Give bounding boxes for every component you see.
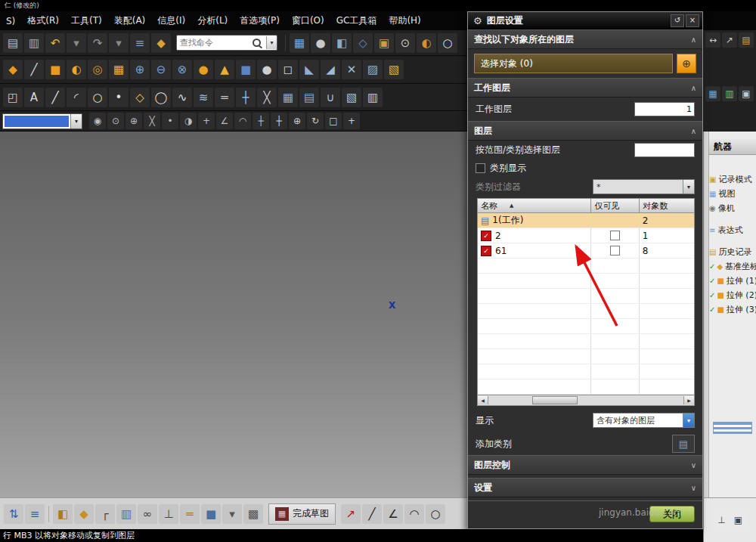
navigator-scrollbar[interactable] bbox=[704, 132, 709, 497]
chevron-down-icon[interactable]: ∨ bbox=[691, 484, 696, 492]
command-finder-input[interactable] bbox=[177, 38, 253, 48]
sheet-body-icon[interactable]: ▨ bbox=[363, 60, 383, 79]
snap-existing-icon[interactable]: + bbox=[198, 113, 215, 129]
profile-box-icon[interactable]: ▣ bbox=[731, 513, 746, 528]
layer-row-empty[interactable] bbox=[478, 304, 694, 319]
menu-item-9[interactable]: 帮助(H) bbox=[383, 14, 426, 27]
perpendicular-icon[interactable]: ⊥ bbox=[714, 513, 730, 528]
subtract-icon[interactable]: ⊖ bbox=[151, 60, 171, 79]
intersect-icon[interactable]: ⊗ bbox=[172, 60, 192, 79]
sketch-grid-icon[interactable]: ▩ bbox=[243, 504, 263, 524]
scroll-right-icon[interactable]: ▶ bbox=[683, 396, 694, 404]
select-object-field[interactable]: 选择对象 (0) bbox=[474, 54, 673, 73]
menu-item-0[interactable]: S) bbox=[0, 16, 21, 26]
layer-row-empty[interactable] bbox=[478, 274, 694, 289]
snap-grid-icon[interactable]: ┼ bbox=[253, 113, 269, 129]
scroll-left-icon[interactable]: ◀ bbox=[478, 396, 488, 404]
ruled-surface-icon[interactable]: ▧ bbox=[342, 88, 361, 107]
ellipse-icon[interactable]: ◯ bbox=[151, 88, 171, 107]
chevron-up-icon[interactable]: ∧ bbox=[691, 36, 696, 44]
window-layout-icon[interactable]: ▦ bbox=[290, 33, 309, 53]
add-category-button[interactable]: ▤ bbox=[672, 435, 695, 453]
circle-icon[interactable]: ○ bbox=[88, 88, 107, 107]
layer-row-1(工作)[interactable]: ▤1(工作)2 bbox=[478, 213, 694, 228]
layer-checked-checkbox[interactable]: ✓ bbox=[481, 231, 491, 241]
menu-item-1[interactable]: 格式(R) bbox=[21, 14, 65, 27]
circle-tool-icon[interactable]: ○ bbox=[426, 504, 445, 524]
only-visible-checkbox[interactable] bbox=[610, 246, 620, 256]
block-tool-icon[interactable]: ■ bbox=[236, 60, 256, 79]
reattach-icon[interactable]: ▥ bbox=[116, 504, 136, 524]
through-curves-icon[interactable]: ▤ bbox=[299, 88, 319, 107]
chamfer-icon[interactable]: ◢ bbox=[321, 60, 340, 79]
render-style-icon[interactable]: ● bbox=[311, 33, 330, 53]
display-filter-combo[interactable]: 含有对象的图层 ▾ bbox=[593, 413, 695, 428]
layer-row-empty[interactable] bbox=[478, 319, 694, 334]
dialog-reset-button[interactable]: ↺ bbox=[671, 14, 684, 27]
reorder-icon[interactable]: ⇅ bbox=[4, 504, 23, 524]
swept-icon[interactable]: ∪ bbox=[321, 88, 340, 107]
helix-icon[interactable]: ≋ bbox=[194, 88, 213, 107]
shaded-view-icon[interactable]: ◧ bbox=[332, 33, 352, 53]
pan-icon[interactable]: ┼ bbox=[271, 113, 287, 129]
section-work-layer[interactable]: 工作图层 ∧ bbox=[468, 78, 702, 98]
layer-row-empty[interactable] bbox=[478, 259, 694, 274]
dialog-close-icon[interactable]: × bbox=[686, 14, 699, 27]
feature-check-icon[interactable]: ✓ bbox=[709, 291, 715, 299]
redo-menu-caret-icon[interactable]: ▾ bbox=[109, 33, 129, 53]
layer-row-empty[interactable] bbox=[478, 364, 694, 379]
feature-check-icon[interactable]: ✓ bbox=[709, 305, 715, 314]
quick-trim-icon[interactable]: ↗ bbox=[341, 504, 361, 524]
only-visible-checkbox[interactable] bbox=[610, 231, 620, 240]
paste-icon[interactable]: ▤ bbox=[3, 33, 23, 53]
thicken-icon[interactable]: ▧ bbox=[384, 60, 404, 79]
column-header-0[interactable]: 名称▲ bbox=[477, 198, 591, 213]
hole-icon[interactable]: ◎ bbox=[88, 60, 107, 79]
chevron-up-icon[interactable]: ∧ bbox=[691, 127, 696, 135]
command-finder[interactable]: ▾ bbox=[176, 35, 277, 51]
rotate-view-icon[interactable]: ↻ bbox=[307, 113, 324, 129]
snap-intersection-icon[interactable]: ╳ bbox=[144, 113, 160, 129]
layer-row-empty[interactable] bbox=[478, 379, 694, 395]
visualization-icon[interactable]: ○ bbox=[438, 33, 457, 53]
project-curve-icon[interactable]: ┼ bbox=[236, 88, 256, 107]
menu-item-2[interactable]: 工具(T) bbox=[65, 14, 108, 27]
clipboard-icon[interactable]: ▥ bbox=[24, 33, 44, 53]
column-header-2[interactable]: 对象数 bbox=[640, 198, 695, 213]
polyline-tool-icon[interactable]: ∠ bbox=[383, 504, 403, 524]
annotation-icon[interactable]: ▤ bbox=[739, 33, 754, 48]
section-find-objects[interactable]: 查找以下对象所在的图层 ∧ bbox=[468, 29, 702, 49]
range-select-input[interactable] bbox=[634, 143, 695, 157]
patch-icon[interactable]: ▥ bbox=[363, 88, 383, 107]
zoom-icon[interactable]: ⊕ bbox=[289, 113, 305, 129]
menu-item-5[interactable]: 分析(L) bbox=[191, 14, 234, 27]
display-mode-icon[interactable]: ▣ bbox=[739, 86, 754, 101]
selection-scope-caret-icon[interactable]: ▾ bbox=[70, 114, 82, 129]
dialog-title-bar[interactable]: ⚙ 图层设置 ↺ × bbox=[468, 12, 702, 29]
orient-view-icon[interactable]: ◇ bbox=[353, 33, 373, 53]
chain-curves-icon[interactable]: ∞ bbox=[138, 504, 157, 524]
navigator-item-8[interactable]: ✓■拉伸 (3) bbox=[709, 302, 756, 317]
scene-pref-icon[interactable]: ⊙ bbox=[395, 33, 415, 53]
sphere-tool-icon[interactable]: ● bbox=[257, 60, 277, 79]
feature-check-icon[interactable]: ✓ bbox=[709, 277, 715, 285]
text-tool-icon[interactable]: A bbox=[24, 88, 44, 107]
search-caret-icon[interactable]: ▾ bbox=[266, 36, 277, 49]
section-layers[interactable]: 图层 ∧ bbox=[468, 121, 702, 141]
scrollbar-track[interactable] bbox=[488, 396, 683, 404]
snap-tangent-icon[interactable]: ◠ bbox=[234, 113, 251, 129]
profile-icon[interactable]: ┌ bbox=[95, 504, 115, 524]
datum-csys-icon[interactable]: ◰ bbox=[3, 88, 23, 107]
report-icon[interactable]: ≡ bbox=[130, 33, 150, 53]
edge-blend-icon[interactable]: ◣ bbox=[299, 60, 319, 79]
datum-plane-icon[interactable]: ◆ bbox=[3, 60, 23, 79]
constraint-icon[interactable]: ⊥ bbox=[159, 504, 178, 524]
chevron-down-icon[interactable]: ▾ bbox=[683, 413, 694, 427]
snap-mid-icon[interactable]: ⊙ bbox=[107, 113, 124, 129]
orient-sketch-icon[interactable]: ◧ bbox=[53, 504, 73, 524]
docked-scrollbar-thumb[interactable] bbox=[713, 422, 752, 434]
offset-curve-icon[interactable]: ═ bbox=[215, 88, 234, 107]
snapshot-icon[interactable]: ▣ bbox=[374, 33, 394, 53]
layer-row-empty[interactable] bbox=[478, 289, 694, 304]
dimension-icon[interactable]: ↔ bbox=[705, 33, 720, 48]
